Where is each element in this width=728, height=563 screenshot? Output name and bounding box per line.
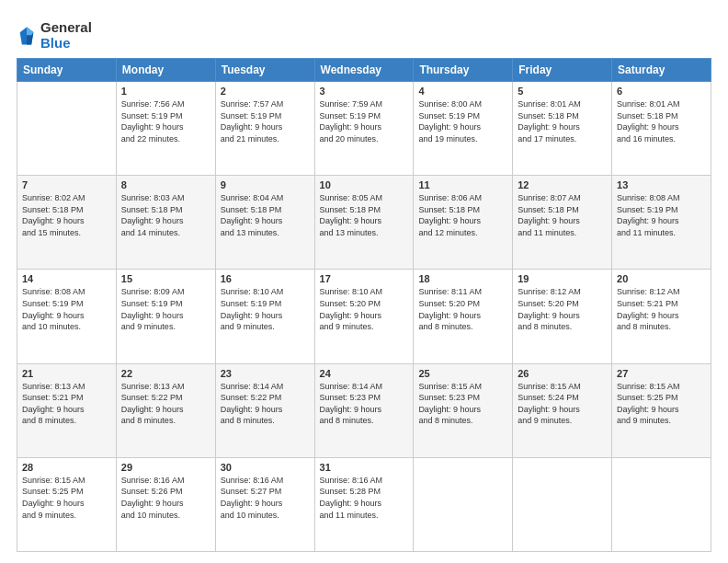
- calendar-cell: 12Sunrise: 8:07 AM Sunset: 5:18 PM Dayli…: [513, 176, 612, 270]
- calendar-cell: 2Sunrise: 7:57 AM Sunset: 5:19 PM Daylig…: [215, 82, 314, 176]
- calendar-cell: 11Sunrise: 8:06 AM Sunset: 5:18 PM Dayli…: [414, 176, 513, 270]
- calendar-cell: 19Sunrise: 8:12 AM Sunset: 5:20 PM Dayli…: [513, 270, 612, 363]
- day-number: 11: [418, 179, 507, 190]
- calendar-week-row: 21Sunrise: 8:13 AM Sunset: 5:21 PM Dayli…: [17, 363, 711, 457]
- calendar-cell: 3Sunrise: 7:59 AM Sunset: 5:19 PM Daylig…: [314, 82, 414, 176]
- calendar-cell: 16Sunrise: 8:10 AM Sunset: 5:19 PM Dayli…: [215, 270, 314, 363]
- day-info: Sunrise: 8:09 AM Sunset: 5:19 PM Dayligh…: [121, 286, 210, 332]
- calendar-cell: 28Sunrise: 8:15 AM Sunset: 5:25 PM Dayli…: [17, 457, 117, 551]
- day-info: Sunrise: 7:59 AM Sunset: 5:19 PM Dayligh…: [320, 98, 409, 144]
- day-info: Sunrise: 8:14 AM Sunset: 5:23 PM Dayligh…: [320, 381, 409, 427]
- day-info: Sunrise: 8:14 AM Sunset: 5:22 PM Dayligh…: [221, 381, 310, 427]
- day-info: Sunrise: 8:15 AM Sunset: 5:23 PM Dayligh…: [418, 381, 507, 427]
- calendar-cell: 30Sunrise: 8:16 AM Sunset: 5:27 PM Dayli…: [215, 457, 314, 551]
- day-info: Sunrise: 8:15 AM Sunset: 5:25 PM Dayligh…: [22, 475, 111, 521]
- day-number: 9: [221, 179, 310, 190]
- day-info: Sunrise: 7:56 AM Sunset: 5:19 PM Dayligh…: [121, 98, 210, 144]
- calendar-week-row: 14Sunrise: 8:08 AM Sunset: 5:19 PM Dayli…: [17, 270, 711, 363]
- logo-line2: Blue: [40, 36, 92, 52]
- calendar-cell: 17Sunrise: 8:10 AM Sunset: 5:20 PM Dayli…: [314, 270, 414, 363]
- weekday-header-thursday: Thursday: [414, 59, 513, 82]
- calendar-cell: 29Sunrise: 8:16 AM Sunset: 5:26 PM Dayli…: [116, 457, 215, 551]
- day-info: Sunrise: 8:12 AM Sunset: 5:21 PM Dayligh…: [617, 286, 706, 332]
- day-info: Sunrise: 8:05 AM Sunset: 5:18 PM Dayligh…: [320, 192, 409, 238]
- day-info: Sunrise: 8:07 AM Sunset: 5:18 PM Dayligh…: [518, 192, 607, 238]
- weekday-header-friday: Friday: [513, 59, 612, 82]
- day-info: Sunrise: 8:11 AM Sunset: 5:20 PM Dayligh…: [418, 286, 507, 332]
- day-number: 25: [418, 368, 507, 379]
- day-number: 1: [121, 86, 210, 97]
- calendar-header-row: SundayMondayTuesdayWednesdayThursdayFrid…: [17, 59, 711, 82]
- day-number: 3: [320, 86, 409, 97]
- day-number: 5: [518, 86, 607, 97]
- day-number: 16: [221, 273, 310, 284]
- day-number: 23: [221, 368, 310, 379]
- day-number: 12: [518, 179, 607, 190]
- day-info: Sunrise: 8:16 AM Sunset: 5:28 PM Dayligh…: [320, 475, 409, 521]
- day-number: 7: [22, 179, 111, 190]
- day-number: 17: [320, 273, 409, 284]
- calendar-cell: [513, 457, 612, 551]
- day-number: 13: [617, 179, 706, 190]
- day-info: Sunrise: 8:01 AM Sunset: 5:18 PM Dayligh…: [617, 98, 706, 144]
- weekday-header-tuesday: Tuesday: [215, 59, 314, 82]
- day-number: 2: [221, 86, 310, 97]
- day-info: Sunrise: 8:15 AM Sunset: 5:25 PM Dayligh…: [617, 381, 706, 427]
- day-info: Sunrise: 8:16 AM Sunset: 5:26 PM Dayligh…: [121, 475, 210, 521]
- calendar-week-row: 28Sunrise: 8:15 AM Sunset: 5:25 PM Dayli…: [17, 457, 711, 551]
- calendar-week-row: 1Sunrise: 7:56 AM Sunset: 5:19 PM Daylig…: [17, 82, 711, 176]
- calendar-table: SundayMondayTuesdayWednesdayThursdayFrid…: [17, 58, 711, 552]
- calendar-cell: [414, 457, 513, 551]
- day-number: 24: [320, 368, 409, 379]
- weekday-header-saturday: Saturday: [612, 59, 711, 82]
- day-number: 31: [320, 462, 409, 473]
- calendar-cell: 4Sunrise: 8:00 AM Sunset: 5:19 PM Daylig…: [414, 82, 513, 176]
- logo: General Blue: [17, 20, 92, 51]
- calendar-cell: 5Sunrise: 8:01 AM Sunset: 5:18 PM Daylig…: [513, 82, 612, 176]
- day-info: Sunrise: 8:08 AM Sunset: 5:19 PM Dayligh…: [617, 192, 706, 238]
- day-number: 26: [518, 368, 607, 379]
- day-number: 19: [518, 273, 607, 284]
- calendar-cell: 26Sunrise: 8:15 AM Sunset: 5:24 PM Dayli…: [513, 363, 612, 457]
- day-number: 20: [617, 273, 706, 284]
- day-number: 8: [121, 179, 210, 190]
- day-info: Sunrise: 7:57 AM Sunset: 5:19 PM Dayligh…: [221, 98, 310, 144]
- calendar-cell: 20Sunrise: 8:12 AM Sunset: 5:21 PM Dayli…: [612, 270, 711, 363]
- weekday-header-monday: Monday: [116, 59, 215, 82]
- weekday-header-sunday: Sunday: [17, 59, 117, 82]
- calendar-cell: 14Sunrise: 8:08 AM Sunset: 5:19 PM Dayli…: [17, 270, 117, 363]
- day-info: Sunrise: 8:03 AM Sunset: 5:18 PM Dayligh…: [121, 192, 210, 238]
- calendar-cell: 13Sunrise: 8:08 AM Sunset: 5:19 PM Dayli…: [612, 176, 711, 270]
- day-info: Sunrise: 8:01 AM Sunset: 5:18 PM Dayligh…: [518, 98, 607, 144]
- calendar-cell: 27Sunrise: 8:15 AM Sunset: 5:25 PM Dayli…: [612, 363, 711, 457]
- day-info: Sunrise: 8:04 AM Sunset: 5:18 PM Dayligh…: [221, 192, 310, 238]
- logo-line1: General: [40, 20, 92, 36]
- calendar-cell: 18Sunrise: 8:11 AM Sunset: 5:20 PM Dayli…: [414, 270, 513, 363]
- day-number: 4: [418, 86, 507, 97]
- day-number: 22: [121, 368, 210, 379]
- day-number: 18: [418, 273, 507, 284]
- day-info: Sunrise: 8:08 AM Sunset: 5:19 PM Dayligh…: [22, 286, 111, 332]
- calendar-cell: 25Sunrise: 8:15 AM Sunset: 5:23 PM Dayli…: [414, 363, 513, 457]
- day-info: Sunrise: 8:06 AM Sunset: 5:18 PM Dayligh…: [418, 192, 507, 238]
- weekday-header-wednesday: Wednesday: [314, 59, 414, 82]
- calendar-cell: 21Sunrise: 8:13 AM Sunset: 5:21 PM Dayli…: [17, 363, 117, 457]
- page: General Blue SundayMondayTuesdayWednesda…: [0, 0, 728, 563]
- day-number: 15: [121, 273, 210, 284]
- calendar-cell: 7Sunrise: 8:02 AM Sunset: 5:18 PM Daylig…: [17, 176, 117, 270]
- calendar-cell: 24Sunrise: 8:14 AM Sunset: 5:23 PM Dayli…: [314, 363, 414, 457]
- day-info: Sunrise: 8:10 AM Sunset: 5:19 PM Dayligh…: [221, 286, 310, 332]
- day-info: Sunrise: 8:10 AM Sunset: 5:20 PM Dayligh…: [320, 286, 409, 332]
- day-number: 14: [22, 273, 111, 284]
- day-number: 29: [121, 462, 210, 473]
- day-info: Sunrise: 8:02 AM Sunset: 5:18 PM Dayligh…: [22, 192, 111, 238]
- day-info: Sunrise: 8:16 AM Sunset: 5:27 PM Dayligh…: [221, 475, 310, 521]
- calendar-cell: 23Sunrise: 8:14 AM Sunset: 5:22 PM Dayli…: [215, 363, 314, 457]
- day-number: 27: [617, 368, 706, 379]
- calendar-cell: 22Sunrise: 8:13 AM Sunset: 5:22 PM Dayli…: [116, 363, 215, 457]
- calendar-cell: 6Sunrise: 8:01 AM Sunset: 5:18 PM Daylig…: [612, 82, 711, 176]
- day-info: Sunrise: 8:00 AM Sunset: 5:19 PM Dayligh…: [418, 98, 507, 144]
- day-number: 10: [320, 179, 409, 190]
- calendar-cell: 9Sunrise: 8:04 AM Sunset: 5:18 PM Daylig…: [215, 176, 314, 270]
- calendar-week-row: 7Sunrise: 8:02 AM Sunset: 5:18 PM Daylig…: [17, 176, 711, 270]
